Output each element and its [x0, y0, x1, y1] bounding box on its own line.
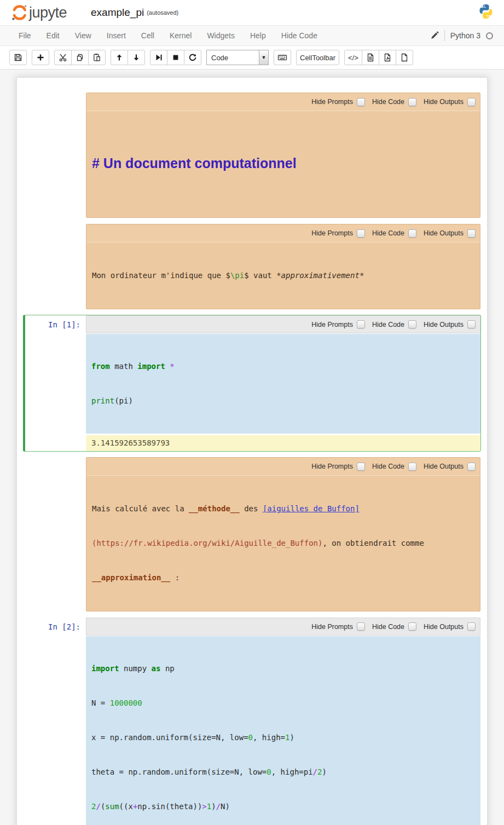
python-logo-icon — [478, 3, 494, 22]
hide-prompts-checkbox[interactable] — [357, 98, 365, 106]
kernel-name: Python 3 — [450, 31, 480, 40]
notebook-title[interactable]: example_pi — [91, 7, 144, 19]
hide-outputs-label: Hide Outputs — [424, 229, 464, 237]
hide-prompts-checkbox[interactable] — [357, 463, 365, 471]
paste-cell-button[interactable] — [88, 50, 106, 65]
cell-type-select[interactable]: Code ▼ — [206, 50, 269, 65]
run-cell-button[interactable] — [150, 50, 167, 65]
menu-item-kernel[interactable]: Kernel — [162, 31, 199, 40]
markdown-cell-title[interactable]: Hide Prompts Hide Code Hide Outputs # Un… — [23, 92, 481, 218]
hide-outputs-label: Hide Outputs — [424, 463, 464, 470]
hide-prompts-checkbox[interactable] — [357, 229, 365, 238]
cut-cell-button[interactable] — [54, 50, 72, 65]
export-pdf-button[interactable] — [379, 50, 396, 65]
autosave-status: (autosaved) — [147, 9, 178, 16]
save-button[interactable] — [9, 50, 27, 65]
menubar: File Edit View Insert Cell Kernel Widget… — [0, 25, 504, 46]
prompt-column[interactable] — [25, 457, 86, 611]
insert-cell-below-button[interactable] — [32, 50, 49, 65]
hide-outputs-checkbox[interactable] — [467, 320, 476, 328]
hide-code-label: Hide Code — [372, 463, 404, 470]
app-header: jupyter example_pi (autosaved) — [0, 0, 504, 25]
hide-outputs-checkbox[interactable] — [467, 98, 476, 106]
code-editor[interactable]: from math import * print(pi) — [86, 334, 480, 434]
move-cell-up-button[interactable] — [111, 50, 128, 65]
hide-prompts-label: Hide Prompts — [311, 229, 353, 237]
input-prompt[interactable]: In [2]: — [25, 618, 86, 825]
copy-cell-button[interactable] — [71, 50, 89, 65]
hide-prompts-label: Hide Prompts — [311, 98, 353, 106]
restart-kernel-button[interactable] — [184, 50, 201, 65]
move-cell-down-button[interactable] — [128, 50, 145, 65]
hide-code-checkbox[interactable] — [408, 463, 416, 471]
notebook-site: Hide Prompts Hide Code Hide Outputs # Un… — [0, 70, 504, 825]
hide-code-checkbox[interactable] — [408, 229, 416, 238]
prompt-column[interactable] — [25, 224, 86, 309]
hide-outputs-label: Hide Outputs — [424, 321, 464, 328]
hide-prompts-label: Hide Prompts — [311, 463, 353, 470]
menu-item-hide-code[interactable]: Hide Code — [274, 31, 325, 40]
toolbar: Code ▼ CellToolbar </> — [0, 46, 504, 70]
cell-type-select-value: Code — [211, 54, 228, 62]
jupyter-logo-icon: jupyter — [10, 3, 67, 22]
input-prompt[interactable]: In [1]: — [25, 315, 86, 451]
new-notebook-button[interactable] — [396, 50, 413, 65]
hide-code-checkbox[interactable] — [408, 622, 416, 631]
keyboard-shortcuts-button[interactable] — [274, 50, 291, 65]
celltoolbar-button[interactable]: CellToolbar — [296, 50, 339, 65]
edit-mode-pencil-icon — [430, 31, 439, 40]
jupyter-logo-text: jupyter — [28, 4, 67, 21]
kernel-idle-indicator-icon — [486, 32, 493, 39]
hide-outputs-label: Hide Outputs — [424, 98, 464, 106]
hide-outputs-label: Hide Outputs — [424, 623, 464, 631]
chevron-down-icon: ▼ — [259, 50, 268, 65]
export-document-button[interactable] — [362, 50, 379, 65]
markdown-source[interactable]: Mais calculé avec la __méthode__ des [ai… — [86, 476, 480, 611]
menu-item-file[interactable]: File — [11, 31, 39, 40]
hide-code-checkbox[interactable] — [408, 320, 416, 328]
markdown-cell-buffon[interactable]: Hide Prompts Hide Code Hide Outputs Mais… — [23, 457, 481, 612]
hide-prompts-checkbox[interactable] — [357, 320, 365, 328]
code-cell-2[interactable]: In [2]: Hide Prompts Hide Code Hide Outp… — [23, 617, 481, 825]
menu-item-cell[interactable]: Cell — [134, 31, 162, 40]
hide-prompts-label: Hide Prompts — [311, 321, 353, 328]
toggle-code-button[interactable]: </> — [344, 50, 362, 65]
cell-toolbar: Hide Prompts Hide Code Hide Outputs — [86, 224, 480, 243]
code-cell-1[interactable]: In [1]: Hide Prompts Hide Code Hide Outp… — [23, 315, 481, 452]
output-text: 3.141592653589793 — [86, 435, 480, 451]
notebook-container: Hide Prompts Hide Code Hide Outputs # Un… — [16, 77, 488, 825]
cell-toolbar: Hide Prompts Hide Code Hide Outputs — [86, 458, 480, 476]
menu-item-edit[interactable]: Edit — [39, 31, 67, 40]
cell-toolbar: Hide Prompts Hide Code Hide Outputs — [86, 315, 480, 333]
hide-outputs-checkbox[interactable] — [467, 622, 476, 631]
jupyter-logo[interactable]: jupyter — [10, 3, 67, 22]
cell-toolbar: Hide Prompts Hide Code Hide Outputs — [86, 93, 480, 111]
hide-code-label: Hide Code — [372, 623, 404, 631]
code-editor[interactable]: import numpy as np N = 1000000 x = np.ra… — [86, 636, 480, 825]
hide-outputs-checkbox[interactable] — [467, 463, 476, 471]
markdown-source[interactable]: # Un document computationnel — [86, 111, 480, 217]
menu-item-widgets[interactable]: Widgets — [199, 31, 242, 40]
divider — [444, 30, 445, 41]
hide-outputs-checkbox[interactable] — [467, 229, 476, 238]
markdown-source[interactable]: Mon ordinateur m'indique que $\pi$ vaut … — [86, 243, 480, 309]
prompt-column[interactable] — [25, 93, 86, 218]
cell-toolbar: Hide Prompts Hide Code Hide Outputs — [86, 618, 480, 636]
menu-item-insert[interactable]: Insert — [99, 31, 134, 40]
interrupt-kernel-button[interactable] — [167, 50, 184, 65]
hide-prompts-checkbox[interactable] — [357, 622, 365, 631]
markdown-cell-intro[interactable]: Hide Prompts Hide Code Hide Outputs Mon … — [23, 223, 481, 310]
menu-item-help[interactable]: Help — [242, 31, 274, 40]
hide-code-label: Hide Code — [372, 321, 404, 328]
menu-item-view[interactable]: View — [67, 31, 99, 40]
hide-code-label: Hide Code — [372, 98, 404, 106]
hide-prompts-label: Hide Prompts — [311, 623, 353, 631]
hide-code-label: Hide Code — [372, 229, 404, 237]
hide-code-checkbox[interactable] — [408, 98, 416, 106]
